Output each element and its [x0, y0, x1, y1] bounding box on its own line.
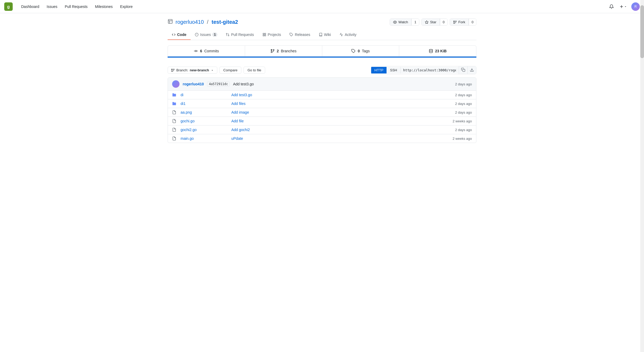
file-icon [172, 119, 177, 123]
file-commit-message: uPdate [231, 136, 449, 141]
file-name[interactable]: main.go [181, 136, 228, 141]
svg-rect-19 [263, 33, 264, 34]
repo-tabs: Code Issues 1 Pull Requests Projects [168, 30, 476, 40]
file-commit-message: Add image [231, 110, 452, 114]
watch-count: 1 [411, 19, 419, 25]
svg-rect-4 [168, 20, 172, 24]
file-icon [172, 136, 177, 141]
svg-point-28 [273, 49, 274, 50]
goto-file-button[interactable]: Go to file [243, 67, 265, 74]
tags-stat[interactable]: 0 Tags [322, 46, 399, 56]
file-rows: di Add test3.go 2 days ago di1 Add files… [168, 91, 476, 143]
scrollbar[interactable] [640, 0, 644, 148]
commit-author-link[interactable]: rogerluo410 [183, 82, 204, 86]
branches-stat[interactable]: 2 Branches [245, 46, 322, 56]
file-time: 2 days ago [455, 110, 472, 114]
page-content: rogerluo410 / test-gitea2 Watch 1 [163, 13, 481, 148]
clone-url-input[interactable] [401, 67, 459, 73]
table-row: di1 Add files 2 days ago [168, 99, 476, 108]
nav-explore[interactable]: Explore [117, 3, 136, 10]
watch-group: Watch 1 [390, 18, 419, 26]
file-name[interactable]: aa.png [181, 110, 228, 114]
svg-point-24 [195, 50, 196, 52]
file-icon [172, 128, 177, 132]
issues-badge: 1 [212, 33, 217, 37]
table-row: aa.png Add image 2 days ago [168, 108, 476, 117]
nav-issues[interactable]: Issues [44, 3, 61, 10]
file-icon [172, 110, 177, 114]
file-name[interactable]: gochi2.go [181, 128, 228, 132]
tab-projects[interactable]: Projects [258, 30, 286, 40]
clone-group: HTTP SSH [371, 66, 476, 74]
file-name[interactable]: di1 [181, 101, 228, 106]
download-button[interactable] [467, 66, 476, 74]
commits-stat[interactable]: 6 Commits [168, 46, 245, 56]
repo-actions: Watch 1 Star 0 [390, 18, 476, 26]
tab-wiki[interactable]: Wiki [315, 30, 335, 40]
nav-pull-requests[interactable]: Pull Requests [62, 3, 91, 10]
svg-rect-21 [265, 35, 266, 36]
http-button[interactable]: HTTP [371, 67, 387, 73]
scrollbar-thumb[interactable] [640, 5, 644, 58]
file-table: rogerluo410 4a572911dc Add test3.go 2 da… [168, 77, 476, 143]
svg-point-7 [394, 22, 395, 23]
fork-count: 0 [469, 19, 476, 25]
top-nav: g Dashboard Issues Pull Requests Milesto… [0, 0, 644, 13]
file-commit-message: Add test3.go [231, 93, 452, 97]
file-name[interactable]: gochi.go [181, 119, 228, 123]
file-time: 2 days ago [455, 102, 472, 106]
svg-point-32 [429, 49, 433, 50]
star-group: Star 0 [421, 18, 448, 26]
svg-marker-8 [425, 21, 428, 24]
file-time: 2 days ago [455, 128, 472, 132]
stats-bar: 6 Commits 2 Branches 0 Tags 2 [168, 45, 476, 57]
svg-point-34 [173, 69, 174, 70]
repo-title: rogerluo410 / test-gitea2 [168, 19, 238, 25]
nav-dashboard[interactable]: Dashboard [18, 3, 43, 10]
svg-point-11 [454, 22, 455, 24]
fork-button[interactable]: Fork [450, 19, 469, 25]
repo-name[interactable]: test-gitea2 [211, 19, 238, 25]
star-count: 0 [440, 19, 447, 25]
folder-icon [172, 93, 177, 97]
toolbar-right: HTTP SSH [371, 66, 476, 74]
commit-time: 2 days ago [455, 82, 472, 86]
watch-button[interactable]: Watch [390, 19, 411, 25]
ssh-button[interactable]: SSH [387, 67, 401, 73]
copy-url-button[interactable] [459, 66, 467, 74]
repo-icon [168, 19, 173, 25]
avatar[interactable]: R [631, 2, 640, 11]
svg-point-17 [226, 33, 227, 34]
repo-owner[interactable]: rogerluo410 [176, 19, 204, 25]
tab-activity[interactable]: Activity [335, 30, 361, 40]
svg-rect-22 [263, 35, 264, 36]
commit-hash[interactable]: 4a572911dc [207, 82, 230, 86]
plus-icon[interactable] [618, 3, 628, 10]
table-row: main.go uPdate 2 weeks ago [168, 134, 476, 143]
notification-icon[interactable] [608, 3, 615, 10]
svg-rect-37 [463, 69, 465, 72]
tab-code[interactable]: Code [168, 30, 191, 40]
fork-group: Fork 0 [450, 18, 476, 26]
file-commit-message: Add gochi2 [231, 128, 452, 132]
branch-selector[interactable]: Branch: new-branch [168, 67, 217, 74]
size-stat: 23 KiB [399, 46, 476, 56]
compare-button[interactable]: Compare [219, 67, 241, 74]
svg-point-29 [271, 52, 272, 53]
svg-point-35 [172, 71, 173, 72]
nav-actions: R [608, 2, 640, 11]
commit-message: Add test3.go [233, 82, 254, 86]
table-row: gochi.go Add file 2 weeks ago [168, 117, 476, 126]
nav-logo[interactable]: g [4, 2, 13, 11]
tab-issues[interactable]: Issues 1 [191, 30, 222, 40]
tab-releases[interactable]: Releases [285, 30, 314, 40]
star-button[interactable]: Star [422, 19, 440, 25]
svg-rect-20 [265, 33, 266, 34]
nav-milestones[interactable]: Milestones [92, 3, 116, 10]
nav-links: Dashboard Issues Pull Requests Milestone… [18, 3, 608, 10]
toolbar-left: Branch: new-branch Compare Go to file [168, 67, 265, 74]
latest-commit: rogerluo410 4a572911dc Add test3.go 2 da… [168, 78, 476, 91]
file-time: 2 weeks ago [453, 137, 472, 141]
file-name[interactable]: di [181, 93, 228, 97]
tab-pull-requests[interactable]: Pull Requests [222, 30, 258, 40]
